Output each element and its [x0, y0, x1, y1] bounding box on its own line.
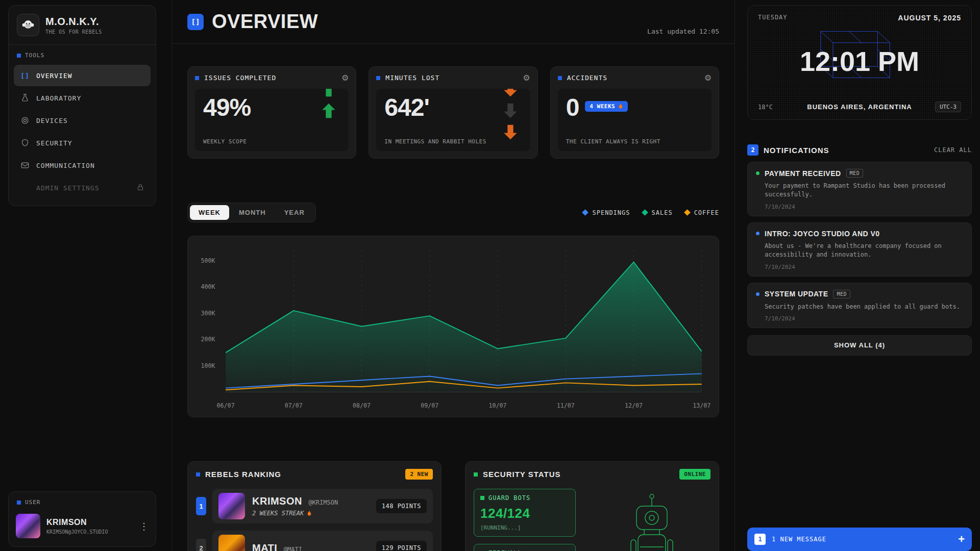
weekday: TUESDAY: [758, 14, 788, 22]
sidebar-nav-card: M.O.N.K.Y. THE OS FOR REBELS TOOLS [] OV…: [8, 5, 156, 206]
card-square-icon: [474, 472, 478, 477]
rank-name: MATI: [252, 542, 277, 551]
sidebar-item-devices[interactable]: DEVICES: [14, 110, 151, 131]
streak-badge: 4 WEEKS: [585, 101, 628, 112]
section-square-icon: [17, 54, 21, 58]
user-email: KRIMSON@JOYCO.STUDIO: [46, 529, 108, 535]
diamond-icon: [684, 209, 691, 216]
points-chip: 148 POINTS: [376, 499, 427, 513]
sidebar-item-security[interactable]: SECURITY: [14, 132, 151, 154]
ranking-list: 1 KRIMSON @KRIMSON 2 WEEKS STREAK: [196, 489, 433, 551]
card-square-icon: [376, 76, 380, 80]
gear-icon[interactable]: ⚙: [341, 73, 349, 83]
notification-payment-received[interactable]: PAYMENT RECEIVED MED Your payment to Ram…: [747, 162, 972, 216]
notifications-header: 2 NOTIFICATIONS CLEAR ALL: [747, 144, 972, 156]
diamond-icon: [642, 209, 648, 216]
stat-title: ACCIDENTS: [567, 74, 607, 82]
svg-text:07/07: 07/07: [285, 402, 303, 409]
security-title: SECURITY STATUS: [483, 470, 561, 479]
flask-icon: [20, 93, 30, 103]
guard-bots-count: 124/124: [480, 506, 569, 521]
shield-icon: [20, 138, 30, 147]
tab-month[interactable]: MONTH: [230, 205, 275, 220]
new-message-bar[interactable]: 1 1 NEW MESSAGE +: [747, 528, 972, 551]
current-time: 12:01 PM: [748, 45, 971, 77]
notification-intro[interactable]: INTRO: JOYCO STUDIO AND V0 About us - We…: [747, 222, 972, 277]
card-square-icon: [480, 496, 484, 500]
user-avatar: [16, 514, 40, 538]
ranking-row[interactable]: 1 KRIMSON @KRIMSON 2 WEEKS STREAK: [196, 489, 433, 523]
notification-date: 7/10/2024: [765, 264, 963, 270]
page-title: OVERVIEW: [212, 11, 318, 33]
plus-icon[interactable]: +: [958, 533, 965, 546]
line-chart: 500K400K300K200K100K06/0707/0708/0709/07…: [187, 236, 719, 417]
notification-system-update[interactable]: SYSTEM UPDATE MED Security patches have …: [747, 283, 972, 328]
chart-controls: WEEK MONTH YEAR SPENDINGS SALES: [187, 203, 719, 222]
clear-all-button[interactable]: CLEAR ALL: [934, 146, 972, 154]
stat-card-issues-completed: ISSUES COMPLETED ⚙ 49% WEEKLY SCOPE: [187, 66, 356, 159]
user-section-label: USER: [9, 492, 156, 510]
svg-text:10/07: 10/07: [488, 402, 506, 409]
stat-title: ISSUES COMPLETED: [204, 74, 276, 82]
user-menu-kebab-icon[interactable]: ⋮: [139, 521, 149, 532]
page-header: [] OVERVIEW Last updated 12:05: [172, 0, 734, 44]
app-subtitle: THE OS FOR REBELS: [45, 29, 102, 35]
sidebar-item-overview[interactable]: [] OVERVIEW: [14, 65, 151, 86]
trend-down-arrows-icon: [502, 89, 519, 141]
rank-number: 2: [196, 539, 206, 551]
guard-bot-illustration: [619, 492, 685, 551]
clock-widget: TUESDAY AUGUST 5, 2025 12:01 PM 18°C BUE…: [747, 5, 972, 120]
svg-text:09/07: 09/07: [421, 402, 438, 409]
right-panel: TUESDAY AUGUST 5, 2025 12:01 PM 18°C BUE…: [747, 0, 972, 551]
user-name: KRIMSON: [46, 518, 108, 527]
app-title: M.O.N.K.Y.: [45, 16, 102, 28]
user-profile[interactable]: KRIMSON KRIMSON@JOYCO.STUDIO ⋮: [9, 510, 156, 540]
sidebar-user-card: USER KRIMSON KRIMSON@JOYCO.STUDIO ⋮: [8, 491, 156, 547]
card-square-icon: [195, 76, 199, 80]
priority-badge: MED: [846, 169, 864, 178]
ranking-row[interactable]: 2 MATI @MATI 129 POINTS: [196, 531, 433, 551]
rebels-ranking-card: REBELS RANKING 2 NEW 1 KRIMSON: [187, 461, 442, 551]
rank-handle: @MATI: [284, 546, 302, 551]
sidebar-item-laboratory[interactable]: LABORATORY: [14, 87, 151, 109]
svg-text:06/07: 06/07: [217, 402, 235, 409]
legend-sales: SALES: [643, 209, 673, 216]
app-logo: M.O.N.K.Y. THE OS FOR REBELS: [9, 6, 156, 44]
monky-dashboard: M.O.N.K.Y. THE OS FOR REBELS TOOLS [] OV…: [0, 0, 980, 551]
card-square-icon: [196, 472, 200, 477]
status-dot-icon: [756, 232, 760, 235]
trend-up-arrows-icon: [320, 89, 337, 119]
legend-spendings: SPENDINGS: [583, 209, 630, 216]
tools-section-label: TOOLS: [9, 45, 156, 63]
svg-text:500K: 500K: [201, 257, 215, 264]
notifications-title: NOTIFICATIONS: [764, 146, 829, 155]
sidebar-item-admin-settings: ADMIN SETTINGS: [14, 177, 151, 198]
security-status-card: SECURITY STATUS ONLINE GUARD BOTS 124/12…: [465, 461, 719, 551]
rank-name: KRIMSON: [252, 495, 302, 507]
last-updated: Last updated 12:05: [647, 28, 719, 43]
stat-value: 0: [566, 96, 579, 119]
tab-year[interactable]: YEAR: [276, 205, 313, 220]
points-chip: 129 POINTS: [376, 541, 427, 551]
flame-icon: [307, 510, 312, 517]
tab-week[interactable]: WEEK: [190, 205, 229, 220]
stat-cards: ISSUES COMPLETED ⚙ 49% WEEKLY SCOPE: [187, 66, 719, 159]
stat-title: MINUTES LOST: [385, 74, 439, 82]
new-count-badge: 2 NEW: [405, 469, 433, 480]
show-all-button[interactable]: SHOW ALL (4): [747, 335, 972, 356]
status-dot-icon: [756, 171, 760, 175]
message-count-badge: 1: [754, 534, 766, 545]
sidebar-item-communication[interactable]: COMMUNICATION: [14, 155, 151, 176]
brackets-icon: []: [20, 72, 30, 80]
stat-card-minutes-lost: MINUTES LOST ⚙ 642' IN MEETINGS AND RABB…: [369, 66, 537, 159]
svg-text:13/07: 13/07: [693, 402, 710, 409]
notification-count-badge: 2: [747, 144, 758, 156]
diamond-icon: [582, 209, 589, 216]
chart-svg: 500K400K300K200K100K06/0707/0708/0709/07…: [193, 242, 714, 415]
gear-icon[interactable]: ⚙: [704, 73, 712, 83]
guard-bots-box: GUARD BOTS 124/124 [RUNNING...]: [474, 489, 576, 537]
svg-text:300K: 300K: [201, 310, 215, 317]
online-badge: ONLINE: [679, 469, 710, 480]
gear-icon[interactable]: ⚙: [523, 73, 530, 83]
temperature: 18°C: [758, 104, 804, 111]
